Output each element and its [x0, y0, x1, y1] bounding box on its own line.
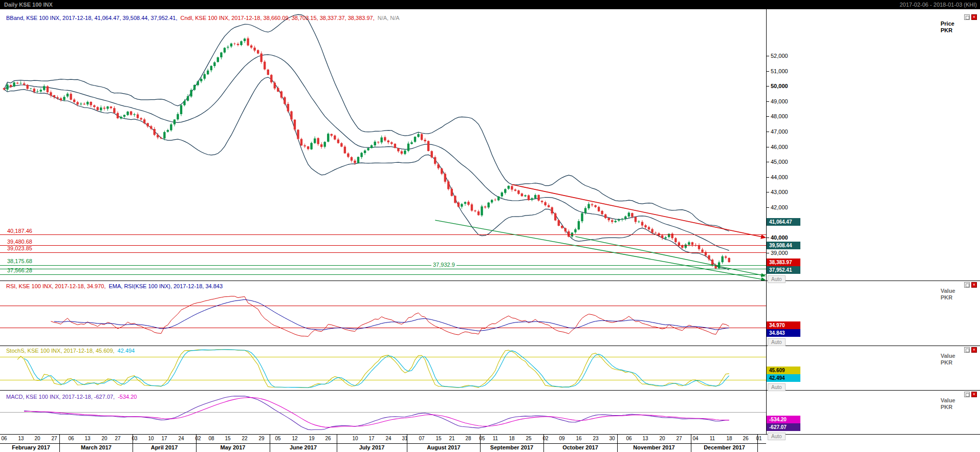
price-tick-mark	[766, 116, 769, 117]
date-tick-label: 13	[15, 436, 27, 441]
level-price-label: 37,932.9	[431, 262, 456, 268]
date-tick-label: 19	[306, 436, 318, 441]
date-tick-label: 26	[739, 436, 752, 441]
date-tick-label: 20	[656, 436, 668, 441]
stoch-d-line	[24, 350, 729, 388]
chart-title: Daily KSE 100 INX	[4, 0, 53, 9]
month-label: April 2017	[133, 444, 196, 450]
close-pane-icon[interactable]: ×	[971, 392, 977, 397]
price-tick-mark	[766, 192, 769, 192]
price-tick-mark	[766, 162, 769, 162]
value-flag: -534.20	[767, 416, 800, 423]
pane-divider[interactable]	[0, 390, 980, 391]
date-tick-label: 06	[65, 436, 77, 441]
stoch-k-line	[17, 350, 729, 388]
trendline[interactable]	[435, 220, 763, 279]
close-pane-icon[interactable]: ×	[971, 282, 977, 288]
price-tick-mark	[766, 177, 769, 178]
price-tick-label: 46,000	[771, 144, 788, 150]
bollinger-band-line	[4, 55, 729, 251]
date-tick-label: 04	[689, 436, 702, 441]
macd-axis-title: ValuePKR	[941, 397, 955, 411]
axis-title-line: PKR	[941, 27, 952, 33]
legend-item: EMA, RSI(KSE 100 INX), 2017-12-18, 34.84…	[108, 283, 223, 289]
date-tick-label: 20	[31, 436, 43, 441]
axis-title-line: PKR	[941, 404, 952, 410]
price-axis-title: PricePKR	[941, 20, 954, 34]
price-tick-mark	[766, 86, 769, 87]
price-tick-mark	[766, 56, 769, 56]
date-tick-label: 07	[416, 436, 428, 441]
date-tick-label: 06	[0, 436, 10, 441]
value-flag: 34.843	[767, 329, 800, 337]
auto-scale-button[interactable]: Auto	[768, 338, 786, 346]
axis-title-line: Value	[941, 397, 955, 403]
price-tick-label: 44,000	[771, 174, 788, 180]
date-tick-label: 30	[606, 436, 618, 441]
date-tick-label: 31	[399, 436, 411, 441]
close-pane-icon[interactable]: ×	[971, 347, 977, 353]
restore-pane-icon[interactable]	[964, 14, 970, 20]
date-tick-label: 18	[506, 436, 518, 441]
date-tick-label: 01	[753, 436, 765, 441]
legend-item: StochS, KSE 100 INX, 2017-12-18, 45.609,	[6, 348, 115, 354]
date-tick-label: 15	[432, 436, 445, 441]
level-price-label: 39,480.68	[7, 239, 32, 245]
month-label: July 2017	[337, 444, 407, 450]
bollinger-band-line	[4, 14, 729, 231]
stoch-legend: StochS, KSE 100 INX, 2017-12-18, 45.609,…	[6, 348, 138, 354]
date-tick-label: 15	[222, 436, 234, 441]
date-tick-label: 11	[706, 436, 718, 441]
level-price-label: 39,023.85	[7, 245, 32, 252]
price-tick-label: 47,000	[771, 128, 788, 135]
restore-pane-icon[interactable]	[964, 392, 970, 397]
date-tick-label: 16	[573, 436, 585, 441]
auto-scale-button[interactable]: Auto	[768, 383, 786, 391]
restore-pane-icon[interactable]	[964, 282, 970, 288]
date-tick-label: 24	[175, 436, 187, 441]
value-flag: 41,064.47	[767, 218, 800, 226]
axis-row-divider	[0, 443, 766, 444]
date-tick-label: 02	[539, 436, 552, 441]
trendline[interactable]	[512, 185, 763, 237]
trendline[interactable]	[575, 236, 763, 275]
trading-chart-window: Daily KSE 100 INX 2017-02-06 - 2018-01-0…	[0, 0, 980, 452]
pane-divider[interactable]	[0, 281, 980, 281]
auto-scale-button[interactable]: Auto	[768, 433, 786, 440]
candle-bodies-down	[3, 38, 730, 268]
pane-divider[interactable]	[0, 346, 980, 346]
macd-legend: MACD, KSE 100 INX, 2017-12-18, -627.07,-…	[6, 394, 140, 400]
value-flag: -627.07	[767, 423, 800, 431]
restore-pane-icon[interactable]	[964, 347, 970, 353]
bollinger-band-line	[4, 77, 729, 270]
axis-title-line: PKR	[941, 294, 952, 300]
date-tick-label: 11	[489, 436, 502, 441]
price-tick-mark	[766, 147, 769, 147]
rsi-chart-canvas[interactable]	[0, 281, 766, 346]
value-flag: 45.609	[767, 367, 800, 374]
close-pane-icon[interactable]: ×	[971, 14, 977, 20]
legend-item: MACD, KSE 100 INX, 2017-12-18, -627.07,	[6, 394, 115, 400]
level-price-label: 38,175.68	[7, 258, 32, 265]
value-flag: 42.494	[767, 374, 800, 382]
rsi-legend: RSI, KSE 100 INX, 2017-12-18, 34.970,EMA…	[6, 283, 226, 289]
date-tick-label: 02	[192, 436, 204, 441]
month-label: December 2017	[691, 444, 758, 450]
date-tick-label: 10	[349, 436, 361, 441]
date-tick-label: 13	[639, 436, 651, 441]
date-tick-label: 29	[255, 436, 268, 441]
axis-title-line: Value	[941, 288, 955, 294]
price-tick-label: 43,000	[771, 189, 788, 195]
legend-item: 42.494	[118, 348, 135, 354]
auto-scale-button[interactable]: Auto	[768, 275, 786, 283]
candle-wicks-down	[4, 37, 729, 269]
price-chart-canvas[interactable]	[0, 9, 766, 281]
price-tick-mark	[766, 101, 769, 102]
price-tick-label: 42,000	[771, 204, 788, 210]
chart-date-range: 2017-02-06 - 2018-01-03 (KHI)	[900, 0, 977, 9]
month-label: September 2017	[480, 444, 543, 450]
axis-title-line: PKR	[941, 359, 952, 365]
price-legend: BBand, KSE 100 INX, 2017-12-18, 41,064.4…	[6, 15, 403, 21]
date-tick-label: 08	[205, 436, 217, 441]
legend-item: N/A, N/A	[378, 15, 400, 21]
